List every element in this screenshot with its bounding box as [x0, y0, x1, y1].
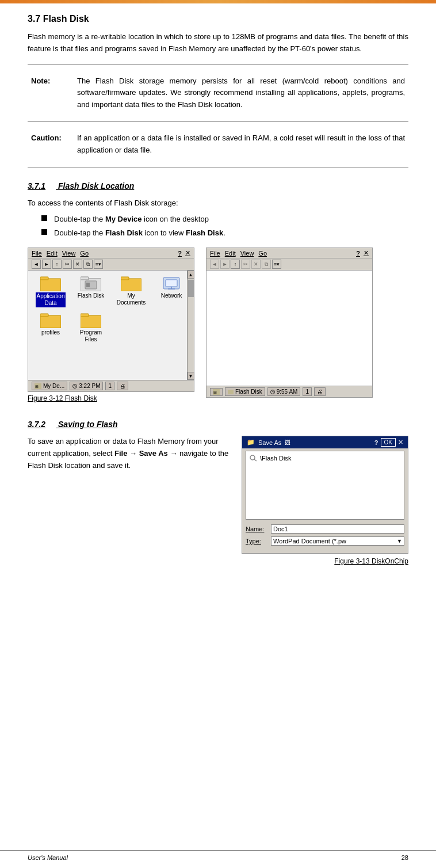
menu-view-1[interactable]: View [62, 250, 76, 257]
svg-rect-14 [81, 315, 101, 328]
folder-icon-profiles [40, 312, 61, 328]
note-label: Note: [28, 71, 74, 116]
caution-table: Caution: If an application or a data fil… [28, 128, 408, 161]
figure-2-content [206, 271, 372, 386]
caution-text: If an application or a data file is inst… [74, 128, 408, 161]
figure-2-content-wrapper [206, 271, 372, 386]
svg-rect-13 [40, 314, 48, 317]
menu-file-1[interactable]: File [32, 250, 42, 257]
saveas-path-text: \Flash Disk [260, 455, 291, 462]
status-start-2[interactable]: ⊞ [210, 388, 223, 396]
menu-edit-2[interactable]: Edit [225, 250, 236, 257]
toolbar-btn-up-2[interactable]: ↑ [231, 260, 240, 269]
saveas-dialog[interactable]: 📁 Save As 🖼 ? OK ✕ [242, 436, 408, 554]
menu-edit-1[interactable]: Edit [47, 250, 58, 257]
svg-rect-7 [121, 277, 129, 280]
name-value: Doc1 [273, 526, 288, 532]
figure-2-statusbar: ⊞ Flash Disk 9:55 AM 1 🖨 [206, 386, 372, 397]
close-btn-1[interactable]: ✕ [185, 249, 190, 257]
toolbar-btn-cut[interactable]: ✂ [63, 260, 72, 269]
folder-label-1: ApplicationData [36, 292, 66, 307]
toolbar-btn-copy[interactable]: ⧉ [83, 260, 93, 269]
flash-disk-bold: Flash Disk [105, 229, 143, 237]
type-value: WordPad Document (*.pw [273, 538, 346, 545]
folder-flash-disk[interactable]: Flash Disk [73, 275, 109, 307]
figure-1-box[interactable]: File Edit View Go ? ✕ ◄ ► ↑ ✂ ✕ ⧉ ≡▾ [28, 248, 194, 392]
svg-rect-5 [86, 283, 90, 287]
help-icon-2[interactable]: ? [356, 250, 360, 257]
toolbar-btn-up[interactable]: ↑ [52, 260, 62, 269]
figure-2-menubar: File Edit View Go ? ✕ [206, 248, 372, 258]
bullet-1-text: Double-tap the My Device icon on the des… [54, 214, 209, 225]
svg-point-27 [250, 455, 255, 460]
figures-row: File Edit View Go ? ✕ ◄ ► ↑ ✂ ✕ ⧉ ≡▾ [28, 248, 408, 402]
toolbar-btn-views-2[interactable]: ≡▾ [272, 260, 281, 269]
scroll-thumb-1[interactable] [188, 280, 194, 297]
folder-label-network: Network [161, 292, 182, 299]
toolbar-btn-fwd[interactable]: ► [42, 260, 51, 269]
name-input[interactable]: Doc1 [271, 524, 404, 534]
saveas-help-icon[interactable]: ? [374, 439, 378, 446]
scroll-down-1[interactable]: ▼ [188, 372, 194, 380]
toolbar-btn-del[interactable]: ✕ [73, 260, 82, 269]
folder-application-data[interactable]: ApplicationData [33, 275, 68, 307]
status-start-1[interactable]: ⊞ My De... [32, 382, 67, 390]
status-time-1: 3:22 PM [70, 382, 103, 390]
status-flashdisk-tab[interactable]: Flash Disk [225, 387, 265, 396]
saveas-icon-folder: 📁 [247, 439, 255, 446]
folder-icon-programs [81, 312, 101, 328]
status-mydevice: My De... [43, 383, 64, 389]
figure-1-caption: Figure 3-12 Flash Disk [28, 394, 194, 402]
close-btn-2[interactable]: ✕ [364, 249, 369, 257]
menu-go-2[interactable]: Go [258, 250, 267, 257]
note-text: The Flash Disk storage memory persists f… [74, 71, 408, 116]
toolbar-btn-del-2[interactable]: ✕ [251, 260, 261, 269]
help-icon-1[interactable]: ? [178, 250, 182, 257]
intro-paragraph: Flash memory is a re-writable location i… [28, 31, 408, 55]
bullet-square-1 [41, 215, 47, 221]
svg-rect-9 [166, 280, 177, 287]
menu-file-2[interactable]: File [210, 250, 220, 257]
toolbar-btn-back[interactable]: ◄ [32, 260, 41, 269]
type-select[interactable]: WordPad Document (*.pw ▼ [271, 536, 404, 546]
footer-left: User's Manual [28, 854, 68, 861]
section-372-content: To save an application or data to Flash … [28, 436, 408, 565]
dropdown-arrow[interactable]: ▼ [397, 538, 402, 544]
caution-label: Caution: [28, 128, 74, 161]
menu-view-2[interactable]: View [240, 250, 254, 257]
toolbar-btn-fwd-2[interactable]: ► [220, 260, 230, 269]
saveas-icon-2: 🖼 [285, 439, 290, 446]
divider-2 [28, 121, 408, 122]
section-372: 3.7.2 Saving to Flash To save an applica… [28, 420, 408, 565]
saveas-close-btn[interactable]: ✕ [398, 439, 403, 446]
svg-rect-23 [228, 390, 234, 394]
folder-label-profiles: profiles [41, 329, 60, 336]
folder-label-flash: Flash Disk [78, 292, 105, 299]
saving-paragraph: To save an application or data to Flash … [28, 436, 230, 471]
scroll-up-1[interactable]: ▲ [188, 271, 194, 279]
toolbar-btn-copy-2[interactable]: ⧉ [262, 260, 271, 269]
menu-go-1[interactable]: Go [80, 250, 89, 257]
subsection-372-heading: 3.7.2 Saving to Flash [28, 420, 408, 429]
toolbar-btn-back-2[interactable]: ◄ [210, 260, 219, 269]
figure-1-container: File Edit View Go ? ✕ ◄ ► ↑ ✂ ✕ ⧉ ≡▾ [28, 248, 194, 402]
bullet-item-2: Double-tap the Flash Disk icon to view F… [41, 227, 408, 239]
bullet-square-2 [41, 229, 47, 235]
saveas-content[interactable]: \Flash Disk [246, 451, 404, 520]
toolbar-btn-views[interactable]: ≡▾ [94, 260, 103, 269]
folder-program-files[interactable]: Program Files [73, 312, 109, 343]
bullet-list: Double-tap the My Device icon on the des… [28, 214, 408, 238]
divider-1 [28, 64, 408, 65]
saveas-ok-btn[interactable]: OK [381, 438, 396, 447]
figure-2-box[interactable]: File Edit View Go ? ✕ ◄ ► ↑ ✂ ✕ ⧉ ≡▾ [206, 248, 373, 398]
status-time-2: 9:55 AM [267, 387, 301, 396]
saveas-path: \Flash Disk [250, 454, 400, 463]
saving-text: To save an application or data to Flash … [28, 436, 230, 471]
access-text: To access the contents of Flash Disk sto… [28, 197, 408, 210]
vscrollbar-1[interactable]: ▲ ▼ [187, 271, 194, 380]
folder-network[interactable]: Network [154, 275, 189, 307]
svg-rect-1 [40, 277, 48, 280]
toolbar-btn-cut-2[interactable]: ✂ [241, 260, 250, 269]
folder-my-documents[interactable]: MyDocuments [113, 275, 149, 307]
folder-profiles[interactable]: profiles [33, 312, 68, 343]
